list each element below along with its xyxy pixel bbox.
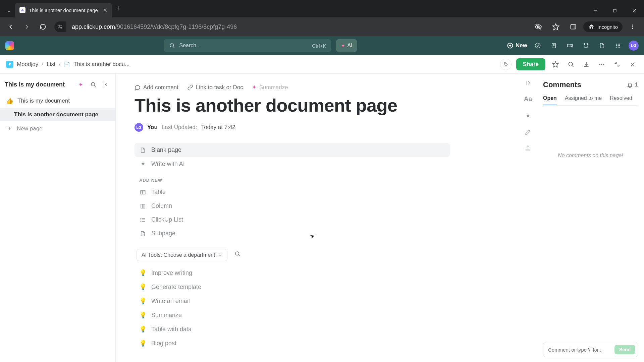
author-avatar[interactable]: LG (135, 123, 143, 132)
site-controls-icon[interactable] (54, 21, 66, 32)
apps-grid-icon[interactable] (612, 40, 624, 51)
ai-improve-writing[interactable]: 💡 Improve writing (135, 266, 450, 280)
doc-content: Add comment Link to task or Doc ✦ Summar… (116, 74, 537, 362)
close-panel-icon[interactable] (627, 59, 638, 70)
svg-point-39 (619, 47, 620, 48)
maximize-window-icon[interactable] (605, 4, 625, 17)
expand-rail-icon[interactable] (525, 80, 531, 86)
crumb-workspace[interactable]: Moodjoy (17, 61, 38, 68)
option-subpage[interactable]: Subpage (135, 227, 450, 240)
close-tab-icon[interactable]: ✕ (103, 7, 107, 13)
send-button[interactable]: Send (614, 345, 635, 354)
ai-department-dropdown[interactable]: AI Tools: Choose a department (137, 249, 227, 261)
option-write-ai[interactable]: ✦ Write with AI (135, 157, 450, 171)
browser-tab[interactable]: This is another document page ✕ (15, 3, 112, 17)
comments-notify[interactable]: 1 (627, 81, 638, 88)
more-menu-icon[interactable] (596, 59, 607, 70)
summarize-action[interactable]: ✦ Summarize (252, 84, 288, 91)
svg-point-16 (170, 44, 174, 47)
ai-generate-template[interactable]: 💡 Generate template (135, 280, 450, 294)
sparkle-icon: ✦ (139, 160, 147, 168)
side-panel-icon[interactable] (566, 19, 581, 34)
ai-tools-search-icon[interactable] (232, 251, 243, 257)
ai-label: AI (347, 43, 352, 49)
svg-rect-11 (571, 24, 576, 29)
sidebar-item-root[interactable]: 👍 This is my document (0, 94, 115, 108)
download-icon[interactable] (581, 59, 592, 70)
collapse-icon[interactable] (612, 59, 623, 70)
main-layout: This is my document ✦ 👍 This is my docum… (0, 74, 644, 362)
svg-point-37 (616, 47, 617, 48)
bookmark-star-icon[interactable] (548, 19, 563, 34)
forward-button[interactable] (20, 20, 34, 34)
url-field[interactable]: app.clickup.com/9016164592/v/dc/8cpfg7g-… (69, 23, 239, 31)
crumb-doc[interactable]: This is another docu... (73, 61, 129, 68)
sidebar-item-current[interactable]: This is another document page (0, 108, 115, 121)
collapse-sidebar-icon[interactable] (101, 80, 111, 89)
back-button[interactable] (4, 20, 17, 34)
tab-open[interactable]: Open (543, 95, 557, 105)
tab-assigned[interactable]: Assigned to me (565, 95, 602, 105)
updated-value: Today at 7:42 (201, 124, 235, 131)
ai-button[interactable]: ✦ AI (336, 39, 357, 52)
ai-summarize[interactable]: 💡 Summarize (135, 308, 450, 322)
search-doc-icon[interactable] (566, 59, 576, 70)
export-rail-icon[interactable] (525, 145, 531, 151)
right-rail: Aa ✦ (519, 74, 537, 151)
svg-rect-58 (143, 204, 145, 208)
tab-resolved[interactable]: Resolved (610, 95, 632, 105)
record-icon[interactable] (564, 40, 576, 51)
ai-write-email[interactable]: 💡 Write an email (135, 294, 450, 308)
close-window-icon[interactable] (625, 4, 644, 17)
breadcrumb-bar: Moodjoy / List / 📄 This is another docu.… (0, 55, 644, 74)
option-blank-page[interactable]: Blank page (135, 143, 450, 157)
option-clickup-list[interactable]: ClickUp List (135, 213, 450, 227)
ai-rail-icon[interactable]: ✦ (525, 112, 531, 120)
svg-point-27 (584, 44, 588, 48)
comment-input[interactable] (548, 347, 612, 353)
option-column[interactable]: Column (135, 199, 450, 213)
share-button[interactable]: Share (516, 58, 545, 70)
svg-point-66 (235, 252, 239, 255)
plus-icon (507, 42, 514, 49)
clickup-logo[interactable] (5, 41, 14, 50)
user-avatar[interactable]: LG (629, 41, 639, 51)
chrome-menu-icon[interactable] (625, 19, 640, 34)
tag-circle-icon[interactable] (500, 59, 512, 70)
global-search[interactable]: Search... Ctrl+K (164, 39, 331, 52)
doc-sidebar: This is my document ✦ 👍 This is my docum… (0, 74, 116, 362)
svg-rect-54 (141, 190, 145, 194)
ai-blog-post[interactable]: 💡 Blog post (135, 336, 450, 350)
ai-sparkle-icon[interactable]: ✦ (76, 80, 85, 89)
chevron-down-icon (218, 253, 222, 257)
doc-title[interactable]: This is another document page (135, 95, 518, 116)
checkmark-circle-icon[interactable] (532, 40, 543, 51)
reload-button[interactable] (36, 20, 50, 34)
star-icon[interactable] (550, 59, 561, 70)
incognito-icon (588, 23, 595, 30)
browser-tab-bar: This is another document page ✕ + (0, 0, 644, 17)
workspace-icon (6, 61, 13, 68)
tab-search-dropdown[interactable] (3, 5, 15, 17)
crumb-list[interactable]: List (47, 61, 55, 68)
minimize-window-icon[interactable] (586, 4, 605, 17)
svg-line-52 (94, 85, 96, 87)
svg-point-47 (601, 64, 602, 65)
edit-rail-icon[interactable] (525, 129, 531, 135)
new-tab-button[interactable]: + (112, 4, 126, 12)
doc-icon[interactable] (596, 40, 608, 51)
eye-off-icon[interactable] (531, 19, 546, 34)
option-table[interactable]: Table (135, 185, 450, 199)
new-button[interactable]: New (507, 42, 527, 49)
notepad-icon[interactable] (548, 40, 559, 51)
alarm-icon[interactable] (580, 40, 592, 51)
sidebar-new-page[interactable]: + New page (0, 121, 115, 136)
svg-point-51 (91, 82, 95, 86)
ai-table-data[interactable]: 💡 Table with data (135, 322, 450, 336)
comments-panel: Comments 1 Open Assigned to me Resolved … (537, 74, 644, 362)
link-task-action[interactable]: Link to task or Doc (187, 84, 243, 91)
incognito-indicator[interactable]: Incognito (583, 21, 623, 32)
search-sidebar-icon[interactable] (89, 80, 98, 89)
typography-icon[interactable]: Aa (524, 95, 532, 103)
add-comment-action[interactable]: Add comment (135, 84, 178, 91)
